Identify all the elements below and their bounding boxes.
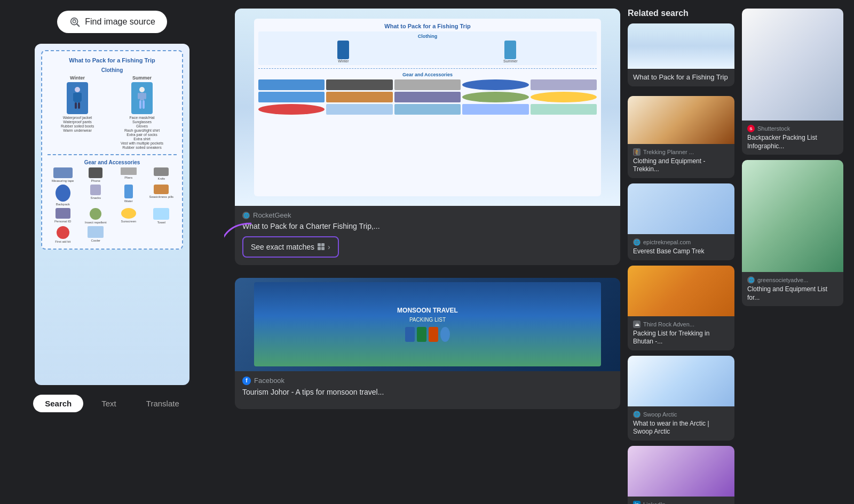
sidebar-everest-image [628,183,734,234]
sidebar-bhutan-source: Third Rock Adven... [643,321,694,327]
sidebar-bhutan-source-row: ⛰ Third Rock Adven... [633,321,729,328]
sidebar-result-linkedin[interactable]: in LinkedIn What to bring equipment for … [628,446,734,504]
tab-translate[interactable]: Translate [135,395,191,412]
svg-rect-7 [78,102,80,109]
sidebar-linkedin-source-row: in LinkedIn [633,501,729,504]
related-search-section: Related search What to Pack for a Fishin… [628,9,734,86]
linkedin-icon: in [633,501,640,504]
main-result-card: What to Pack for a Fishing Trip Clothing… [235,9,620,265]
sidebar-result-arctic[interactable]: 🌐 Swoop Arctic What to wear in the Arcti… [628,356,734,441]
main-result-image: What to Pack for a Fishing Trip Clothing… [235,9,620,206]
related-card-fishing-image [628,23,734,69]
facebook-icon: f [242,377,251,385]
sidebar-trekking-info: 🧗 Trekking Planner ... Clothing and Equi… [628,144,734,178]
svg-text:🧗: 🧗 [634,149,640,155]
mountain-icon: ⛰ [633,321,640,328]
sidebar-trekking-title: Clothing and Equipment - Trekkin... [633,157,729,174]
sidebar-linkedin-info: in LinkedIn What to bring equipment for … [628,497,734,504]
second-result-info: f Facebook Tourism Johor - A tips for mo… [235,371,620,410]
far-right-shutterstock-source-row: S Shutterstock [747,125,838,132]
second-result-title: Tourism Johor - A tips for monsoon trave… [242,387,613,398]
center-column: What to Pack for a Fishing Trip Clothing… [235,9,620,504]
svg-point-1 [73,20,76,23]
sidebar-linkedin-source: LinkedIn [643,501,666,504]
sidebar-everest-title: Everest Base Camp Trek [633,247,729,256]
sidebar-arctic-source: Swoop Arctic [643,411,677,418]
svg-point-8 [139,87,145,92]
globe-icon-epic: 🌐 [633,238,640,246]
sidebar-arctic-info: 🌐 Swoop Arctic What to wear in the Arcti… [628,406,734,441]
related-card-fishing[interactable]: What to Pack for a Fishing Trip [628,23,734,86]
sidebar-result-everest[interactable]: 🌐 epictreknepal.com Everest Base Camp Tr… [628,183,734,260]
related-search-title: Related search [628,9,734,18]
far-right-greensociety-title: Clothing and Equipment List for... [747,285,838,302]
far-right-shutterstock-source: Shutterstock [757,125,790,132]
second-source-row: f Facebook [242,377,613,385]
sidebar-result-trekking[interactable]: 🧗 Trekking Planner ... Clothing and Equi… [628,96,734,178]
sidebar-arctic-source-row: 🌐 Swoop Arctic [633,411,729,418]
monsoon-result-image: MONSOON TRAVEL PACKING LIST [235,278,620,371]
far-right-shutterstock-info: S Shutterstock Backpacker Packing List I… [742,121,843,155]
result-source-row: 🌐 RocketGeek [242,211,613,219]
infographic-image: What to Pack for a Fishing Trip Clothing… [41,50,183,250]
shutterstock-icon: S [747,125,755,132]
second-source-name: Facebook [254,377,284,385]
svg-rect-13 [143,100,145,109]
image-preview: What to Pack for a Fishing Trip Clothing… [35,44,189,385]
content-area: What to Pack for a Fishing Trip Clothing… [235,9,843,504]
globe-icon-greensociety: 🌐 [747,276,755,284]
svg-rect-4 [73,93,76,101]
right-panel: What to Pack for a Fishing Trip Clothing… [224,0,854,504]
far-right-column: S Shutterstock Backpacker Packing List I… [742,9,843,504]
sidebar-arctic-image [628,356,734,406]
far-right-shutterstock-image [742,9,843,121]
monsoon-thumbnail: MONSOON TRAVEL PACKING LIST [254,282,601,366]
hiking-icon: 🧗 [633,148,640,156]
lens-icon [69,16,81,28]
tab-search[interactable]: Search [33,395,83,412]
chevron-right-icon: › [328,243,330,251]
sidebar-everest-source-row: 🌐 epictreknepal.com [633,238,729,246]
far-right-shutterstock[interactable]: S Shutterstock Backpacker Packing List I… [742,9,843,155]
far-right-greensociety-source: greensocietyadve... [757,277,808,283]
far-right-greensociety-info: 🌐 greensocietyadve... Clothing and Equip… [742,272,843,306]
related-card-fishing-label: What to Pack for a Fishing Trip [628,69,734,86]
svg-point-2 [75,87,80,92]
sidebar-arctic-title: What to wear in the Arctic | Swoop Arcti… [633,420,729,436]
far-right-shutterstock-title: Backpacker Packing List Infographic... [747,134,838,150]
svg-rect-6 [75,102,77,109]
sidebar-result-bhutan[interactable]: ⛰ Third Rock Adven... Packing List for T… [628,266,734,350]
find-image-source-button[interactable]: Find image source [57,11,167,33]
far-right-greensociety-image [742,160,843,272]
sidebar-bhutan-title: Packing List for Trekking in Bhutan -... [633,330,729,346]
bottom-tabs: Search Text Translate [33,395,191,412]
second-result-card: MONSOON TRAVEL PACKING LIST [235,278,620,410]
svg-rect-10 [138,93,140,99]
curved-arrow-icon [224,213,262,266]
middle-sidebar: Related search What to Pack for a Fishin… [628,9,734,504]
svg-rect-5 [79,93,82,101]
sidebar-bhutan-image [628,266,734,316]
sidebar-trekking-source: Trekking Planner ... [643,149,694,155]
sidebar-bhutan-info: ⛰ Third Rock Adven... Packing List for T… [628,316,734,350]
result-title: What to Pack for a Charter Fishing Trip,… [242,221,613,232]
grid-icon [318,243,325,250]
globe-icon-swoop: 🌐 [633,411,640,418]
svg-rect-9 [140,93,144,100]
full-layout: What to Pack for a Fishing Trip Clothing… [235,9,843,495]
sidebar-trekking-source-row: 🧗 Trekking Planner ... [633,148,729,156]
svg-rect-12 [139,100,141,109]
sidebar-everest-info: 🌐 epictreknepal.com Everest Base Camp Tr… [628,234,734,260]
find-image-label: Find image source [85,17,155,27]
sidebar-linkedin-image [628,446,734,497]
svg-rect-11 [144,93,146,99]
fishing-infographic-thumbnail: What to Pack for a Fishing Trip Clothing… [254,19,601,196]
far-right-greensociety-source-row: 🌐 greensocietyadve... [747,276,838,284]
main-result-info: 🌐 RocketGeek What to Pack for a Charter … [235,206,620,265]
sidebar-trekking-image [628,96,734,144]
sidebar-everest-source: epictreknepal.com [643,239,691,245]
left-panel: Find image source What to Pack for a Fis… [0,0,224,504]
far-right-greensociety[interactable]: 🌐 greensocietyadve... Clothing and Equip… [742,160,843,306]
tab-text[interactable]: Text [90,395,128,412]
